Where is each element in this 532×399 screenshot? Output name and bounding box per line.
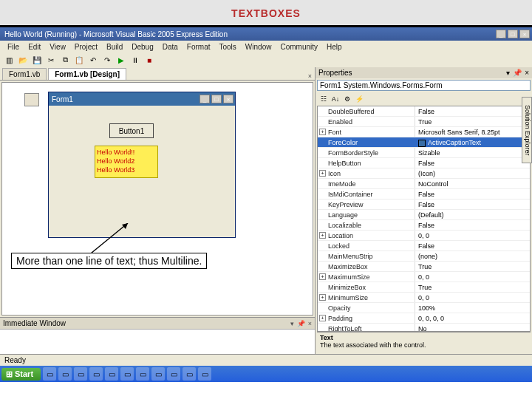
menu-community[interactable]: Community — [276, 43, 322, 51]
run-icon[interactable]: ▶ — [115, 54, 127, 66]
pause-icon[interactable]: ⏸ — [129, 54, 141, 66]
property-value[interactable]: Sizable — [415, 148, 530, 157]
menu-data[interactable]: Data — [158, 43, 183, 51]
properties-component-combo[interactable]: Form1 System.Windows.Forms.Form — [317, 80, 531, 91]
taskbar-item[interactable]: ▭ — [58, 367, 72, 381]
property-value[interactable]: (none) — [415, 251, 530, 261]
solution-explorer-tab[interactable]: Solution Explorer — [522, 97, 532, 163]
tab-form1-code[interactable]: Form1.vb — [2, 68, 47, 80]
maximize-button[interactable]: □ — [508, 30, 518, 38]
menu-window[interactable]: Window — [241, 43, 276, 51]
tab-close-icon[interactable]: × — [308, 72, 312, 80]
property-row-padding[interactable]: +Padding0, 0, 0, 0 — [318, 313, 530, 324]
property-value[interactable]: ActiveCaptionText — [415, 137, 530, 147]
property-row-maximizebox[interactable]: MaximizeBoxTrue — [318, 262, 530, 272]
panel-pin-icon[interactable]: 📌 — [513, 69, 522, 77]
property-row-forecolor[interactable]: ForeColorActiveCaptionText — [318, 137, 530, 148]
minimize-button[interactable]: _ — [496, 30, 506, 38]
taskbar-item[interactable]: ▭ — [167, 367, 180, 381]
stop-icon[interactable]: ■ — [143, 54, 155, 66]
property-row-language[interactable]: Language(Default) — [318, 210, 530, 220]
undo-icon[interactable]: ↶ — [87, 54, 99, 66]
property-value[interactable]: (Default) — [415, 210, 530, 219]
property-row-font[interactable]: +FontMicrosoft Sans Serif, 8.25pt — [318, 127, 530, 137]
save-icon[interactable]: 💾 — [31, 54, 43, 66]
new-project-icon[interactable]: ▥ — [3, 54, 15, 66]
property-row-imemode[interactable]: ImeModeNoControl — [318, 179, 530, 189]
property-row-doublebuffered[interactable]: DoubleBufferedFalse — [318, 106, 530, 117]
menu-debug[interactable]: Debug — [127, 43, 157, 51]
taskbar-item[interactable]: ▭ — [198, 367, 211, 381]
property-value[interactable]: NoControl — [415, 179, 530, 188]
immediate-body[interactable] — [0, 330, 315, 357]
property-value[interactable]: 0, 0, 0, 0 — [415, 313, 530, 323]
expand-icon[interactable]: + — [319, 315, 326, 321]
taskbar-item[interactable]: ▭ — [74, 367, 87, 381]
alphabetical-icon[interactable]: A↓ — [330, 94, 341, 104]
taskbar-item[interactable]: ▭ — [120, 367, 134, 381]
property-value[interactable]: 100% — [415, 303, 530, 313]
property-value[interactable]: No — [415, 324, 530, 332]
taskbar-item[interactable]: ▭ — [43, 367, 56, 381]
menu-format[interactable]: Format — [183, 43, 215, 51]
menu-help[interactable]: Help — [322, 43, 347, 51]
taskbar-item[interactable]: ▭ — [105, 367, 118, 381]
property-row-righttoleft[interactable]: RightToLeftNo — [318, 324, 530, 332]
property-row-mainmenustrip[interactable]: MainMenuStrip(none) — [318, 251, 530, 262]
property-value[interactable]: Microsoft Sans Serif, 8.25pt — [415, 127, 530, 137]
cut-icon[interactable]: ✂ — [45, 54, 57, 66]
form1-minimize-button[interactable]: _ — [200, 95, 210, 103]
property-row-ismdicontainer[interactable]: IsMdiContainerFalse — [318, 189, 530, 200]
menu-tools[interactable]: Tools — [215, 43, 241, 51]
property-row-icon[interactable]: +Icon(Icon) — [318, 168, 530, 179]
menu-edit[interactable]: Edit — [24, 43, 45, 51]
property-value[interactable]: True — [415, 282, 530, 292]
property-value[interactable]: True — [415, 262, 530, 271]
panel-close-icon[interactable]: × — [525, 69, 529, 77]
expand-icon[interactable]: + — [319, 294, 326, 301]
panel-dropdown-icon[interactable]: ▾ — [506, 69, 510, 77]
property-row-opacity[interactable]: Opacity100% — [318, 303, 530, 313]
menu-file[interactable]: File — [3, 43, 24, 51]
menu-view[interactable]: View — [45, 43, 70, 51]
button1[interactable]: Button1 — [109, 123, 154, 138]
menu-build[interactable]: Build — [102, 43, 127, 51]
form1-maximize-button[interactable]: □ — [211, 95, 222, 103]
open-icon[interactable]: 📂 — [17, 54, 29, 66]
property-value[interactable]: False — [415, 200, 530, 209]
property-row-helpbutton[interactable]: HelpButtonFalse — [318, 158, 530, 168]
form-file-icon[interactable] — [24, 93, 39, 106]
panel-close-icon[interactable]: × — [308, 320, 312, 327]
properties-header[interactable]: Properties ▾ 📌 × — [316, 67, 532, 78]
immediate-window-header[interactable]: Immediate Window ▾ 📌 × — [0, 318, 315, 330]
expand-icon[interactable]: + — [319, 129, 326, 135]
expand-icon[interactable]: + — [319, 273, 326, 280]
panel-pin-icon[interactable]: 📌 — [297, 320, 305, 327]
expand-icon[interactable]: + — [319, 170, 326, 177]
property-value[interactable]: False — [415, 189, 530, 199]
property-row-formborderstyle[interactable]: FormBorderStyleSizable — [318, 148, 530, 158]
property-row-maximumsize[interactable]: +MaximumSize0, 0 — [318, 272, 530, 282]
events-icon[interactable]: ⚡ — [354, 94, 364, 104]
form1-titlebar[interactable]: Form1 _ □ × — [49, 92, 235, 106]
panel-dropdown-icon[interactable]: ▾ — [290, 320, 294, 327]
property-value[interactable]: 0, 0 — [415, 231, 530, 240]
property-row-location[interactable]: +Location0, 0 — [318, 231, 530, 241]
property-value[interactable]: 0, 0 — [415, 272, 530, 282]
properties-icon[interactable]: ⚙ — [342, 94, 352, 104]
property-value[interactable]: False — [415, 241, 530, 250]
window-titlebar[interactable]: Hello World (Running) - Microsoft Visual… — [0, 27, 532, 41]
property-value[interactable]: True — [415, 117, 530, 126]
property-value[interactable]: False — [415, 158, 530, 168]
categorized-icon[interactable]: ☷ — [318, 94, 329, 104]
properties-grid[interactable]: DoubleBufferedFalseEnabledTrue+FontMicro… — [317, 106, 531, 332]
taskbar-item[interactable]: ▭ — [136, 367, 149, 381]
property-value[interactable]: (Icon) — [415, 168, 530, 178]
form1-close-button[interactable]: × — [223, 95, 233, 103]
taskbar-item[interactable]: ▭ — [89, 367, 103, 381]
redo-icon[interactable]: ↷ — [101, 54, 113, 66]
taskbar-item[interactable]: ▭ — [183, 367, 196, 381]
property-row-locked[interactable]: LockedFalse — [318, 241, 530, 251]
paste-icon[interactable]: 📋 — [73, 54, 85, 66]
property-value[interactable]: False — [415, 220, 530, 230]
